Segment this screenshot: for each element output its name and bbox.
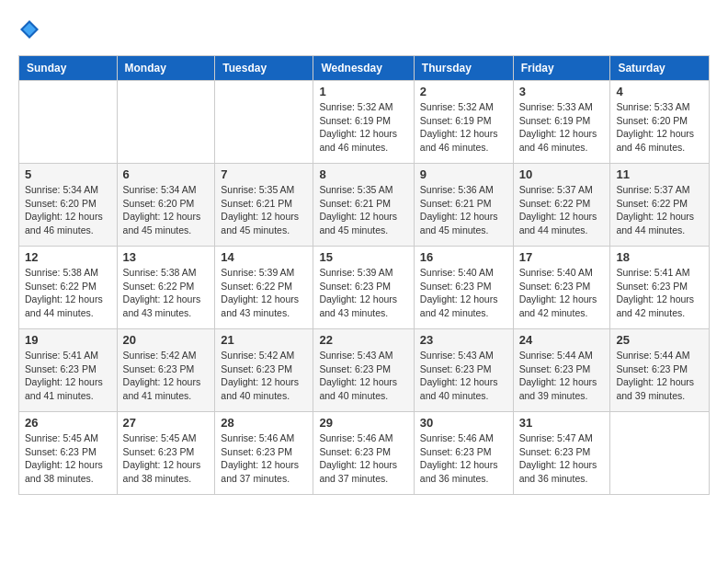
day-info: Sunrise: 5:45 AM Sunset: 6:23 PM Dayligh… — [123, 431, 210, 486]
calendar-cell: 21Sunrise: 5:42 AM Sunset: 6:23 PM Dayli… — [215, 329, 313, 412]
weekday-header-tuesday: Tuesday — [215, 56, 313, 81]
day-number: 20 — [123, 333, 210, 347]
day-number: 27 — [123, 416, 210, 430]
day-number: 28 — [221, 416, 307, 430]
weekday-header-sunday: Sunday — [19, 56, 118, 81]
day-info: Sunrise: 5:41 AM Sunset: 6:23 PM Dayligh… — [25, 349, 111, 403]
day-number: 10 — [519, 167, 605, 181]
weekday-header-saturday: Saturday — [610, 56, 710, 81]
calendar-cell: 5Sunrise: 5:34 AM Sunset: 6:20 PM Daylig… — [19, 164, 118, 247]
day-info: Sunrise: 5:43 AM Sunset: 6:23 PM Dayligh… — [319, 349, 407, 403]
weekday-header-friday: Friday — [513, 56, 610, 81]
day-info: Sunrise: 5:37 AM Sunset: 6:22 PM Dayligh… — [616, 183, 703, 237]
day-number: 7 — [221, 167, 307, 181]
day-number: 18 — [616, 250, 703, 264]
calendar-cell: 24Sunrise: 5:44 AM Sunset: 6:23 PM Dayli… — [513, 329, 610, 412]
day-number: 2 — [420, 85, 507, 98]
calendar-cell: 19Sunrise: 5:41 AM Sunset: 6:23 PM Dayli… — [19, 329, 118, 412]
day-info: Sunrise: 5:37 AM Sunset: 6:22 PM Dayligh… — [519, 183, 605, 237]
day-number: 8 — [319, 167, 407, 181]
calendar-header-row: SundayMondayTuesdayWednesdayThursdayFrid… — [19, 56, 710, 81]
day-number: 9 — [420, 167, 507, 181]
day-info: Sunrise: 5:41 AM Sunset: 6:23 PM Dayligh… — [616, 266, 703, 320]
calendar-cell: 11Sunrise: 5:37 AM Sunset: 6:22 PM Dayli… — [610, 164, 710, 247]
day-info: Sunrise: 5:45 AM Sunset: 6:23 PM Dayligh… — [25, 431, 111, 486]
calendar-cell: 2Sunrise: 5:32 AM Sunset: 6:19 PM Daylig… — [414, 81, 513, 164]
page-header — [18, 18, 710, 40]
day-number: 21 — [221, 333, 307, 347]
day-number: 3 — [519, 85, 605, 98]
calendar-cell: 26Sunrise: 5:45 AM Sunset: 6:23 PM Dayli… — [19, 412, 118, 495]
day-number: 25 — [616, 333, 703, 347]
day-number: 26 — [25, 416, 111, 430]
day-number: 22 — [319, 333, 407, 347]
calendar-cell: 31Sunrise: 5:47 AM Sunset: 6:23 PM Dayli… — [513, 412, 610, 495]
day-number: 16 — [420, 250, 507, 264]
calendar-cell: 22Sunrise: 5:43 AM Sunset: 6:23 PM Dayli… — [313, 329, 414, 412]
calendar-cell: 8Sunrise: 5:35 AM Sunset: 6:21 PM Daylig… — [313, 164, 414, 247]
calendar-cell: 27Sunrise: 5:45 AM Sunset: 6:23 PM Dayli… — [117, 412, 215, 495]
calendar-cell: 29Sunrise: 5:46 AM Sunset: 6:23 PM Dayli… — [313, 412, 414, 495]
day-number: 15 — [319, 250, 407, 264]
calendar-cell: 16Sunrise: 5:40 AM Sunset: 6:23 PM Dayli… — [414, 247, 513, 329]
day-info: Sunrise: 5:32 AM Sunset: 6:19 PM Dayligh… — [420, 100, 507, 155]
day-number: 13 — [123, 250, 210, 264]
day-info: Sunrise: 5:47 AM Sunset: 6:23 PM Dayligh… — [519, 431, 605, 486]
calendar-week-1: 1Sunrise: 5:32 AM Sunset: 6:19 PM Daylig… — [19, 81, 710, 164]
weekday-header-thursday: Thursday — [414, 56, 513, 81]
day-info: Sunrise: 5:42 AM Sunset: 6:23 PM Dayligh… — [123, 349, 210, 403]
calendar-table: SundayMondayTuesdayWednesdayThursdayFrid… — [18, 55, 710, 495]
calendar-cell — [610, 412, 710, 495]
calendar-cell: 23Sunrise: 5:43 AM Sunset: 6:23 PM Dayli… — [414, 329, 513, 412]
calendar-cell: 18Sunrise: 5:41 AM Sunset: 6:23 PM Dayli… — [610, 247, 710, 329]
day-info: Sunrise: 5:38 AM Sunset: 6:22 PM Dayligh… — [25, 266, 111, 320]
day-info: Sunrise: 5:35 AM Sunset: 6:21 PM Dayligh… — [319, 183, 407, 237]
calendar-cell: 6Sunrise: 5:34 AM Sunset: 6:20 PM Daylig… — [117, 164, 215, 247]
day-info: Sunrise: 5:42 AM Sunset: 6:23 PM Dayligh… — [221, 349, 307, 403]
calendar-week-3: 12Sunrise: 5:38 AM Sunset: 6:22 PM Dayli… — [19, 247, 710, 329]
day-number: 14 — [221, 250, 307, 264]
day-info: Sunrise: 5:44 AM Sunset: 6:23 PM Dayligh… — [616, 349, 703, 403]
day-number: 1 — [319, 85, 407, 98]
day-info: Sunrise: 5:36 AM Sunset: 6:21 PM Dayligh… — [420, 183, 507, 237]
calendar-cell: 10Sunrise: 5:37 AM Sunset: 6:22 PM Dayli… — [513, 164, 610, 247]
day-info: Sunrise: 5:35 AM Sunset: 6:21 PM Dayligh… — [221, 183, 307, 237]
calendar-week-5: 26Sunrise: 5:45 AM Sunset: 6:23 PM Dayli… — [19, 412, 710, 495]
calendar-week-4: 19Sunrise: 5:41 AM Sunset: 6:23 PM Dayli… — [19, 329, 710, 412]
day-info: Sunrise: 5:33 AM Sunset: 6:19 PM Dayligh… — [519, 100, 605, 155]
calendar-cell — [215, 81, 313, 164]
day-number: 31 — [519, 416, 605, 430]
day-info: Sunrise: 5:39 AM Sunset: 6:22 PM Dayligh… — [221, 266, 307, 320]
weekday-header-wednesday: Wednesday — [313, 56, 414, 81]
calendar-cell: 12Sunrise: 5:38 AM Sunset: 6:22 PM Dayli… — [19, 247, 118, 329]
calendar-cell — [19, 81, 118, 164]
day-number: 11 — [616, 167, 703, 181]
day-info: Sunrise: 5:40 AM Sunset: 6:23 PM Dayligh… — [519, 266, 605, 320]
day-info: Sunrise: 5:46 AM Sunset: 6:23 PM Dayligh… — [420, 431, 507, 486]
day-number: 17 — [519, 250, 605, 264]
day-info: Sunrise: 5:39 AM Sunset: 6:23 PM Dayligh… — [319, 266, 407, 320]
day-info: Sunrise: 5:46 AM Sunset: 6:23 PM Dayligh… — [221, 431, 307, 486]
calendar-cell: 14Sunrise: 5:39 AM Sunset: 6:22 PM Dayli… — [215, 247, 313, 329]
day-number: 19 — [25, 333, 111, 347]
day-info: Sunrise: 5:44 AM Sunset: 6:23 PM Dayligh… — [519, 349, 605, 403]
day-info: Sunrise: 5:38 AM Sunset: 6:22 PM Dayligh… — [123, 266, 210, 320]
day-number: 6 — [123, 167, 210, 181]
day-info: Sunrise: 5:34 AM Sunset: 6:20 PM Dayligh… — [123, 183, 210, 237]
day-info: Sunrise: 5:40 AM Sunset: 6:23 PM Dayligh… — [420, 266, 507, 320]
day-info: Sunrise: 5:43 AM Sunset: 6:23 PM Dayligh… — [420, 349, 507, 403]
day-number: 30 — [420, 416, 507, 430]
day-number: 23 — [420, 333, 507, 347]
calendar-cell: 30Sunrise: 5:46 AM Sunset: 6:23 PM Dayli… — [414, 412, 513, 495]
day-info: Sunrise: 5:46 AM Sunset: 6:23 PM Dayligh… — [319, 431, 407, 486]
day-number: 24 — [519, 333, 605, 347]
calendar-week-2: 5Sunrise: 5:34 AM Sunset: 6:20 PM Daylig… — [19, 164, 710, 247]
calendar-cell: 7Sunrise: 5:35 AM Sunset: 6:21 PM Daylig… — [215, 164, 313, 247]
day-number: 29 — [319, 416, 407, 430]
calendar-cell — [117, 81, 215, 164]
calendar-cell: 17Sunrise: 5:40 AM Sunset: 6:23 PM Dayli… — [513, 247, 610, 329]
day-info: Sunrise: 5:33 AM Sunset: 6:20 PM Dayligh… — [616, 100, 703, 155]
logo — [18, 18, 44, 40]
calendar-cell: 1Sunrise: 5:32 AM Sunset: 6:19 PM Daylig… — [313, 81, 414, 164]
logo-icon — [18, 18, 40, 40]
